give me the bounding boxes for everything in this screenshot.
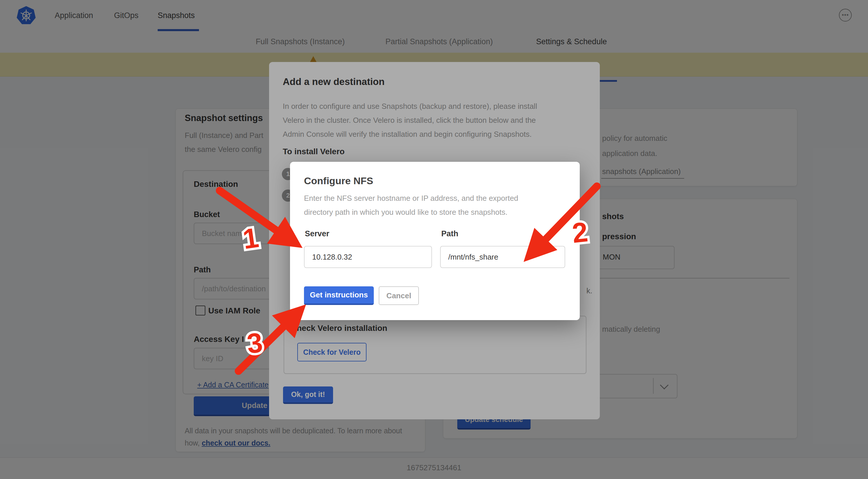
- annotation-badge-3: 3: [246, 327, 264, 359]
- admin-console-screen: Application GitOps Snapshots ••• Full Sn…: [0, 0, 868, 479]
- annotation-badge-2: 2: [571, 216, 589, 249]
- annotation-badge-1: 1: [241, 222, 260, 255]
- annotation-arrow-1: [220, 190, 303, 248]
- annotation-arrows-layer: 1 2 3: [0, 0, 868, 479]
